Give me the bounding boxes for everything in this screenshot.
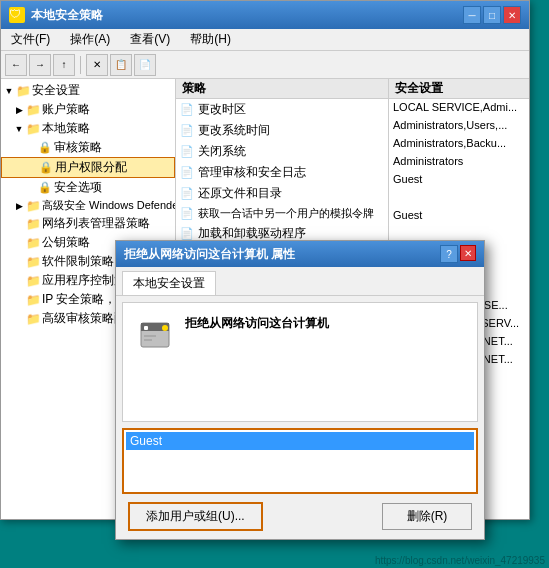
tree-item-security-settings[interactable]: ▼ 📁 安全设置 [1, 81, 175, 100]
dialog-tabs: 本地安全设置 [116, 267, 484, 296]
toolbar-btn-4[interactable]: ✕ [86, 54, 108, 76]
dialog-help-button[interactable]: ? [440, 245, 458, 263]
expand-icon [13, 294, 25, 306]
policy-item-5[interactable]: 📄 获取一合话中另一个用户的模拟令牌 [176, 204, 388, 223]
folder-icon: 📁 [26, 312, 40, 326]
svg-rect-4 [144, 335, 156, 337]
menu-file[interactable]: 文件(F) [5, 30, 56, 49]
expand-icon [13, 218, 25, 230]
expand-icon [13, 237, 25, 249]
shield-icon: 🔒 [38, 141, 52, 155]
tree-label: 网络列表管理器策略 [42, 215, 150, 232]
tree-label: 高级安全 Windows Defender 防火... [42, 198, 175, 213]
dialog-title-text: 拒绝从网络访问这台计算机 属性 [124, 246, 295, 263]
dialog-list-item-guest[interactable]: Guest [126, 432, 474, 450]
dialog-policy-title: 拒绝从网络访问这台计算机 [185, 315, 329, 332]
folder-icon: 📁 [26, 274, 40, 288]
tree-item-local-policy[interactable]: ▼ 📁 本地策略 [1, 119, 175, 138]
security-item-2: Administrators,Backu... [389, 135, 529, 153]
policy-label: 关闭系统 [198, 143, 246, 160]
title-bar: 🛡 本地安全策略 ─ □ ✕ [1, 1, 529, 29]
expand-icon [25, 182, 37, 194]
dialog-list-area[interactable]: Guest [122, 428, 478, 494]
toolbar-btn-1[interactable]: ← [5, 54, 27, 76]
policy-item-3[interactable]: 📄 管理审核和安全日志 [176, 162, 388, 183]
security-panel-header: 安全设置 [389, 79, 529, 99]
folder-icon: 📁 [26, 199, 40, 213]
dialog-policy-area: 拒绝从网络访问这台计算机 [135, 315, 465, 355]
dialog-close-button[interactable]: ✕ [460, 245, 476, 261]
tree-item-account-policy[interactable]: ▶ 📁 账户策略 [1, 100, 175, 119]
expand-icon: ▶ [13, 104, 25, 116]
policy-icon: 📄 [180, 145, 194, 159]
policy-icon: 📄 [180, 227, 194, 241]
security-item-3: Administrators [389, 153, 529, 171]
dialog: 拒绝从网络访问这台计算机 属性 ? ✕ 本地安全设置 拒绝从网络访问这台计算机 [115, 240, 485, 540]
menu-action[interactable]: 操作(A) [64, 30, 116, 49]
security-item-0: LOCAL SERVICE,Admi... [389, 99, 529, 117]
policy-label: 还原文件和目录 [198, 185, 282, 202]
policy-icon: 📄 [180, 103, 194, 117]
policy-item-4[interactable]: 📄 还原文件和目录 [176, 183, 388, 204]
expand-icon: ▼ [13, 123, 25, 135]
dialog-buttons: 添加用户或组(U)... 删除(R) [116, 494, 484, 539]
toolbar-btn-6[interactable]: 📄 [134, 54, 156, 76]
security-item-4: Guest [389, 171, 529, 189]
policy-icon: 📄 [180, 207, 194, 221]
policy-item-1[interactable]: 📄 更改系统时间 [176, 120, 388, 141]
tree-label: 用户权限分配 [55, 159, 127, 176]
folder-icon: 📁 [16, 84, 30, 98]
toolbar: ← → ↑ ✕ 📋 📄 [1, 51, 529, 79]
add-user-group-button[interactable]: 添加用户或组(U)... [128, 502, 263, 531]
toolbar-btn-5[interactable]: 📋 [110, 54, 132, 76]
tree-label: 安全设置 [32, 82, 80, 99]
expand-icon [26, 162, 38, 174]
shield-icon: 🔒 [39, 161, 53, 175]
tree-label: 安全选项 [54, 179, 102, 196]
policy-label: 获取一合话中另一个用户的模拟令牌 [198, 206, 374, 221]
tree-item-defender[interactable]: ▶ 📁 高级安全 Windows Defender 防火... [1, 197, 175, 214]
policy-panel-header: 策略 [176, 79, 388, 99]
tree-label: 本地策略 [42, 120, 90, 137]
maximize-button[interactable]: □ [483, 6, 501, 24]
expand-icon: ▼ [3, 85, 15, 97]
policy-label: 管理审核和安全日志 [198, 164, 306, 181]
security-header-label: 安全设置 [395, 80, 443, 97]
policy-label: 更改系统时间 [198, 122, 270, 139]
expand-icon [13, 313, 25, 325]
tree-item-user-rights[interactable]: 🔒 用户权限分配 [1, 157, 175, 178]
tree-label: 软件限制策略 [42, 253, 114, 270]
policy-item-2[interactable]: 📄 关闭系统 [176, 141, 388, 162]
svg-rect-2 [144, 326, 148, 330]
policy-icon: 📄 [180, 166, 194, 180]
menu-help[interactable]: 帮助(H) [184, 30, 237, 49]
tree-item-network-list[interactable]: 📁 网络列表管理器策略 [1, 214, 175, 233]
policy-item-0[interactable]: 📄 更改时区 [176, 99, 388, 120]
toolbar-btn-3[interactable]: ↑ [53, 54, 75, 76]
tree-label: 审核策略 [54, 139, 102, 156]
window-controls: ─ □ ✕ [463, 6, 521, 24]
svg-rect-5 [144, 339, 152, 341]
tree-label: 账户策略 [42, 101, 90, 118]
tree-item-security-options[interactable]: 🔒 安全选项 [1, 178, 175, 197]
policy-header-label: 策略 [182, 80, 206, 97]
expand-icon: ▶ [13, 200, 25, 212]
close-button[interactable]: ✕ [503, 6, 521, 24]
tree-label: 公钥策略 [42, 234, 90, 251]
dialog-tab-local[interactable]: 本地安全设置 [122, 271, 216, 295]
tree-item-audit[interactable]: 🔒 审核策略 [1, 138, 175, 157]
dialog-content: 拒绝从网络访问这台计算机 [122, 302, 478, 422]
folder-icon: 📁 [26, 103, 40, 117]
remove-button[interactable]: 删除(R) [382, 503, 472, 530]
security-item-6: Guest [389, 207, 529, 225]
folder-icon: 📁 [26, 236, 40, 250]
folder-icon: 📁 [26, 122, 40, 136]
expand-icon [13, 275, 25, 287]
minimize-button[interactable]: ─ [463, 6, 481, 24]
toolbar-btn-2[interactable]: → [29, 54, 51, 76]
security-item-1: Administrators,Users,... [389, 117, 529, 135]
expand-icon [13, 256, 25, 268]
window-icon: 🛡 [9, 7, 25, 23]
folder-icon: 📁 [26, 217, 40, 231]
menu-view[interactable]: 查看(V) [124, 30, 176, 49]
